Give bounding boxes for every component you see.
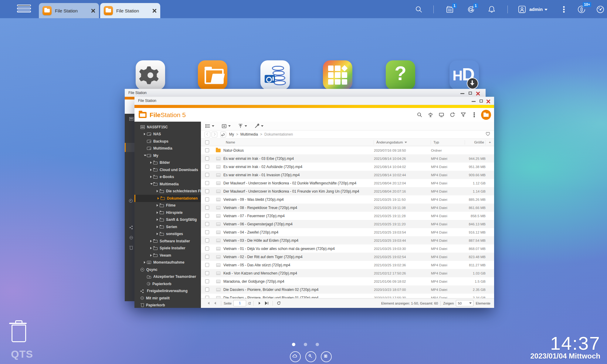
chevron-right-icon[interactable] xyxy=(144,260,147,265)
close-button[interactable] xyxy=(476,91,480,96)
chevron-right-icon[interactable] xyxy=(150,239,153,243)
maximize-button[interactable] xyxy=(469,92,472,95)
external-device-sync-icon[interactable]: 1 xyxy=(467,5,475,14)
smart-filter-icon[interactable] xyxy=(428,112,433,118)
page-number-input[interactable]: 1 xyxy=(233,300,246,306)
more-options-icon[interactable] xyxy=(560,5,568,14)
breadcrumb-multimedia[interactable]: Multimedia xyxy=(240,132,258,136)
table-row-vietnam-09-was-bleibt-720p-mp4[interactable]: Vietnam - 09 - Was bleibt (720p).mp42021… xyxy=(201,195,494,204)
table-row-es-war-einmal-im-irak-03-erbe-720p-mp4[interactable]: Es war einmal im Irak - 03 Erbe (720p).m… xyxy=(201,154,494,163)
column-header-name[interactable]: Name xyxy=(223,140,374,145)
app-center-icon[interactable] xyxy=(323,60,352,90)
sidebar-item-papierkorb[interactable]: Papierkorb xyxy=(134,302,201,308)
create-folder-button[interactable] xyxy=(222,123,231,129)
next-page-icon[interactable] xyxy=(258,301,262,305)
row-checkbox[interactable] xyxy=(205,181,209,185)
add-column-button[interactable]: + xyxy=(486,140,494,144)
maximize-button[interactable] xyxy=(480,99,483,103)
breadcrumb-my[interactable]: My xyxy=(229,132,234,136)
chevron-down-icon[interactable] xyxy=(150,182,153,186)
row-checkbox[interactable] xyxy=(205,222,209,226)
sidebar-item-qsync[interactable]: Qsync xyxy=(134,266,201,273)
sidebar-item-my[interactable]: My xyxy=(134,152,201,159)
items-per-page-select[interactable]: 50 xyxy=(456,300,473,306)
forward-button[interactable] xyxy=(212,132,217,137)
prev-page-icon[interactable] xyxy=(213,301,217,305)
background-task-button[interactable] xyxy=(481,110,491,120)
row-checkbox[interactable] xyxy=(205,247,209,251)
table-row-vietnam-06-gespensterjagd-720p-mp4[interactable]: Vietnam - 06 - Gespensterjagd (720p).mp4… xyxy=(201,220,494,228)
sidebar-item-software-installer[interactable]: Software Installer xyxy=(134,238,201,245)
sidebar-item-momentaufnahme[interactable]: Momentaufnahme xyxy=(134,259,201,266)
chevron-right-icon[interactable] xyxy=(150,160,153,165)
row-checkbox[interactable] xyxy=(205,296,209,298)
updates-icon[interactable]: 10+ xyxy=(577,5,586,14)
row-checkbox[interactable] xyxy=(205,157,209,160)
dashboard-gauge-icon[interactable] xyxy=(596,5,605,14)
chevron-right-icon[interactable] xyxy=(157,217,160,222)
sidebar-item-serien[interactable]: Serien xyxy=(134,223,201,231)
sidebar-item-nas[interactable]: NAS xyxy=(134,131,201,138)
view-mode-button[interactable] xyxy=(205,123,214,129)
sidebar-item-die-schlechtesten-filme[interactable]: Die schlechtesten Filme xyxy=(134,188,201,195)
minimize-button[interactable] xyxy=(472,101,476,102)
row-checkbox[interactable] xyxy=(205,271,209,275)
chevron-right-icon[interactable] xyxy=(150,246,153,250)
sidebar-item-spiele-installer[interactable]: Spiele Installer xyxy=(134,245,201,252)
table-row-der-maulwurf-undercover-in-nordkorea-01-[interactable]: Der Maulwurf - Undercover in Nordkorea -… xyxy=(201,187,494,195)
chevron-down-icon[interactable] xyxy=(144,153,147,158)
go-up-button[interactable] xyxy=(220,132,226,137)
filter-funnel-icon[interactable] xyxy=(460,112,466,118)
notifications-bell-icon[interactable] xyxy=(487,5,496,14)
hd-station-icon[interactable]: HD xyxy=(449,60,479,90)
utilities-icon[interactable] xyxy=(305,351,316,362)
table-row-vietnam-04-zweifel-720p-mp4[interactable]: Vietnam - 04 - Zweifel (720p).mp42021/03… xyxy=(201,228,494,236)
table-row-es-war-einmal-im-irak-01-invasion-720p-m[interactable]: Es war einmal im Irak - 01 Invasion (720… xyxy=(201,171,494,179)
sidebar-item-sonstiges[interactable]: sonstiges xyxy=(134,231,201,238)
chevron-right-icon[interactable] xyxy=(150,168,153,172)
desktop-page-dot-1[interactable] xyxy=(292,343,295,346)
more-vertical-icon[interactable] xyxy=(471,112,477,118)
first-page-icon[interactable] xyxy=(206,301,210,305)
chevron-right-icon[interactable] xyxy=(157,211,160,215)
sidebar-item-e-books[interactable]: e-Books xyxy=(134,174,201,181)
table-row-die-dasslers-pioniere-br-der-und-rivalen[interactable]: Die Dasslers - Pioniere, Brüder und Riva… xyxy=(201,294,494,298)
tools-button[interactable] xyxy=(254,123,263,129)
chevron-right-icon[interactable] xyxy=(144,132,147,136)
close-tab-icon[interactable] xyxy=(91,8,95,13)
sidebar-item-nas5ff15c[interactable]: NAS5FF15C xyxy=(134,123,201,131)
table-row-natur-dokus[interactable]: Natur-Dokus2020/07/16 09:18:50Ordner xyxy=(201,146,494,154)
column-header-date[interactable]: Änderungsdatum xyxy=(374,140,431,145)
chevron-right-icon[interactable] xyxy=(157,225,160,229)
sidebar-item-dokumentationen[interactable]: Dokumentationen xyxy=(134,195,201,202)
desktop-page-dot-3[interactable] xyxy=(316,343,319,346)
help-center-icon[interactable]: ? xyxy=(386,60,415,90)
row-checkbox[interactable] xyxy=(205,255,209,259)
search-icon[interactable] xyxy=(417,112,422,118)
main-menu-icon[interactable] xyxy=(17,5,31,14)
table-row-kedi-von-katzen-und-menschen-720p-mp4[interactable]: Kedi - Von Katzen und Menschen (720p).mp… xyxy=(201,269,494,277)
desktop-page-dot-2[interactable] xyxy=(304,343,307,346)
control-panel-icon[interactable] xyxy=(136,60,165,90)
myqnapcloud-icon[interactable] xyxy=(290,351,301,362)
sidebar-item-mit-mir-geteilt[interactable]: Mit mir geteilt xyxy=(134,295,201,302)
chevron-right-icon[interactable] xyxy=(157,189,160,193)
row-checkbox[interactable] xyxy=(205,279,209,283)
row-checkbox[interactable] xyxy=(205,263,209,267)
sidebar-item-cloud-und-downloads[interactable]: Cloud und Downloads xyxy=(134,166,201,174)
row-checkbox[interactable] xyxy=(205,230,209,234)
sidebar-item-veeam[interactable]: Veeam xyxy=(134,252,201,259)
row-checkbox[interactable] xyxy=(205,148,209,152)
table-row-vietnam-07-feuermeer-720p-mp4[interactable]: Vietnam - 07 - Feuermeer (720p).mp42021/… xyxy=(201,212,494,220)
column-header-type[interactable]: Typ xyxy=(431,140,465,145)
sidebar-item-akzeptierter-teamordner[interactable]: Akzeptierter Teamordner xyxy=(134,273,201,281)
switch-wallpaper-icon[interactable] xyxy=(321,351,332,362)
favorite-heart-icon[interactable] xyxy=(485,131,490,137)
chevron-right-icon[interactable] xyxy=(150,253,153,258)
window-titlebar[interactable]: File Station xyxy=(125,89,486,97)
refresh-list-icon[interactable] xyxy=(277,301,281,305)
minimize-button[interactable] xyxy=(460,93,464,94)
user-menu[interactable]: admin xyxy=(529,7,548,12)
upload-button[interactable] xyxy=(238,123,247,129)
recycle-bin-icon[interactable] xyxy=(9,318,27,342)
